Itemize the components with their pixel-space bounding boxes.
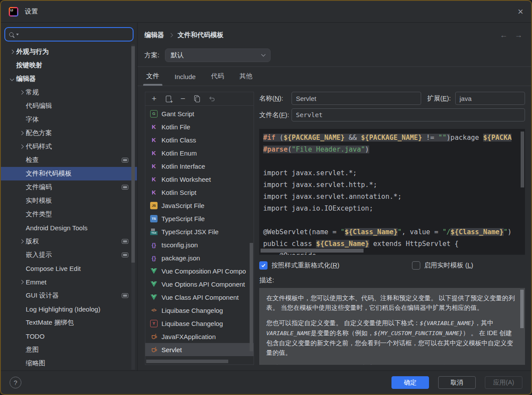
sidebar-item[interactable]: 按键映射 <box>1 59 137 72</box>
template-list-item[interactable]: JSJavaScript File <box>145 199 254 212</box>
chevron-right-icon[interactable] <box>10 50 14 54</box>
sidebar-item[interactable]: 外观与行为 <box>1 45 137 59</box>
chevron-right-icon[interactable] <box>19 239 24 244</box>
forward-icon[interactable]: → <box>515 31 522 40</box>
sidebar-item[interactable]: 字体 <box>1 113 137 126</box>
add-icon[interactable]: + <box>149 94 159 104</box>
sidebar-item[interactable]: 配色方案 <box>1 126 137 140</box>
apply-button[interactable]: 应用(A) <box>485 376 522 389</box>
ok-button[interactable]: 确定 <box>391 376 429 389</box>
template-list-item[interactable]: JavaFXApplication <box>145 330 254 343</box>
sidebar-item-label: GUI 设计器 <box>26 291 59 300</box>
settings-dialog: IJ 设置 × 外观与行为按键映射编辑器常规代码编辑字体配色方案代码样式检查文件… <box>0 0 532 395</box>
sidebar-item[interactable]: 版权 <box>1 235 137 248</box>
template-list-item[interactable]: {}tsconfig.json <box>145 238 254 251</box>
chevron-right-icon[interactable] <box>19 90 24 95</box>
live-template-checkbox[interactable] <box>412 261 420 270</box>
editor-hscrollbar[interactable] <box>261 249 364 253</box>
sidebar-item[interactable]: 代码编辑 <box>1 99 137 113</box>
sidebar-item[interactable]: 意图 <box>1 343 137 357</box>
sidebar-item[interactable]: 常规 <box>1 86 137 99</box>
cancel-button[interactable]: 取消 <box>438 376 476 389</box>
sidebar-item-label: TextMate 捆绑包 <box>26 319 74 327</box>
tab-other[interactable]: 其他 <box>238 72 254 86</box>
sidebar-item[interactable]: Compose Live Edit <box>1 262 137 275</box>
sidebar-item[interactable]: TODO <box>1 329 137 343</box>
sidebar-item[interactable]: 实时模板 <box>1 194 137 208</box>
json-file-icon: {} <box>150 241 158 249</box>
template-list-item[interactable]: Vue Composition API Compo <box>145 264 254 277</box>
name-input[interactable] <box>292 92 421 105</box>
chevron-right-icon[interactable] <box>19 131 24 135</box>
template-list-item[interactable]: KKotlin Class <box>145 133 254 146</box>
chevron-down-icon[interactable] <box>10 77 14 81</box>
breadcrumb-editor[interactable]: 编辑器 <box>144 31 164 39</box>
scheme-value: 默认 <box>171 51 184 59</box>
chevron-right-icon[interactable] <box>19 280 24 284</box>
sidebar-item[interactable]: 文件编码 <box>1 180 137 194</box>
template-code-editor[interactable]: #if (${PACKAGE_NAME} && ${PACKAGE_NAME} … <box>259 129 525 255</box>
template-list-item[interactable]: KKotlin Worksheet <box>145 173 254 186</box>
sidebar-item[interactable]: 嵌入提示 <box>1 248 137 262</box>
search-input[interactable] <box>4 27 134 42</box>
template-list-item[interactable]: TSXTypeScript JSX File <box>145 225 254 238</box>
tab-include[interactable]: Include <box>173 73 197 86</box>
sidebar-item[interactable]: 代码样式 <box>1 140 137 153</box>
template-list-item[interactable]: {}package.json <box>145 251 254 264</box>
scheme-select[interactable]: 默认 <box>165 49 271 62</box>
tab-files[interactable]: 文件 <box>145 72 161 86</box>
java-file-icon <box>150 346 158 353</box>
vue-file-icon <box>150 267 158 275</box>
template-list-item[interactable]: TSTypeScript File <box>145 212 254 225</box>
search-options-caret-icon[interactable] <box>16 34 19 35</box>
template-list-item[interactable]: Vue Options API Component <box>145 277 254 291</box>
template-list-item[interactable]: KKotlin Enum <box>145 146 254 159</box>
sidebar-item-label: 字体 <box>26 115 39 124</box>
template-list-item[interactable]: Servlet <box>145 343 254 356</box>
template-list-item[interactable]: Vue Class API Component <box>145 291 254 304</box>
sidebar-item[interactable]: 文件类型 <box>1 208 137 221</box>
sidebar-item[interactable]: Log Highlighting (Ideolog) <box>1 302 137 316</box>
kotlin-file-icon: K <box>150 163 158 170</box>
sidebar-item[interactable]: 编辑器 <box>1 72 137 86</box>
remove-icon[interactable]: − <box>178 94 188 104</box>
template-list: GGant ScriptKKotlin FileKKotlin ClassKKo… <box>145 106 254 364</box>
template-list-item[interactable]: </>Liquibase Changelog <box>145 304 254 317</box>
duplicate-icon[interactable] <box>192 94 203 104</box>
check-icon <box>261 263 266 268</box>
undo-icon[interactable] <box>206 94 217 104</box>
sidebar-item[interactable]: Emmet <box>1 275 137 289</box>
description-scrollbar[interactable] <box>520 290 524 328</box>
ts-file-icon: TS <box>150 215 158 222</box>
tab-code[interactable]: 代码 <box>209 72 225 86</box>
sidebar-item[interactable]: TextMate 捆绑包 <box>1 316 137 329</box>
sidebar-item-label: 常规 <box>26 88 39 97</box>
template-list-item[interactable]: YLiquibase Changelog <box>145 317 254 330</box>
template-list-item[interactable]: KKotlin File <box>145 120 254 133</box>
filename-input[interactable] <box>292 108 525 121</box>
close-icon[interactable]: × <box>518 7 523 17</box>
sidebar-item[interactable]: 检查 <box>1 153 137 167</box>
sidebar-item-label: TODO <box>26 333 45 340</box>
sidebar-item[interactable]: GUI 设计器 <box>1 289 137 302</box>
template-list-item[interactable]: GGant Script <box>145 107 254 120</box>
template-list-vscrollbar[interactable] <box>250 243 253 351</box>
template-list-hscrollbar[interactable] <box>146 360 228 363</box>
help-icon[interactable]: ? <box>10 377 21 388</box>
back-icon[interactable]: ← <box>500 31 508 40</box>
sidebar-item[interactable]: Android Design Tools <box>1 221 137 235</box>
description-panel: 在文件模板中，您可以使用文本、代码、注释和预定义变量。 以下提供了预定义变量的列… <box>259 288 525 365</box>
create-from-template-icon[interactable]: + <box>163 94 174 104</box>
extension-input[interactable] <box>455 92 525 105</box>
template-list-item[interactable]: KKotlin Interface <box>145 159 254 173</box>
editor-vscrollbar[interactable] <box>521 132 524 187</box>
sidebar-scrollbar-thumb[interactable] <box>131 46 135 263</box>
template-name: Gant Script <box>161 110 194 118</box>
sidebar-item[interactable]: 缩略图 <box>1 357 137 370</box>
tsx-file-icon: TSX <box>150 228 158 236</box>
template-list-item[interactable]: KKotlin Script <box>145 186 254 199</box>
template-name: Vue Options API Component <box>161 281 245 288</box>
chevron-right-icon[interactable] <box>19 145 24 149</box>
sidebar-item[interactable]: 文件和代码模板 <box>1 167 137 180</box>
reformat-checkbox[interactable] <box>259 261 268 270</box>
